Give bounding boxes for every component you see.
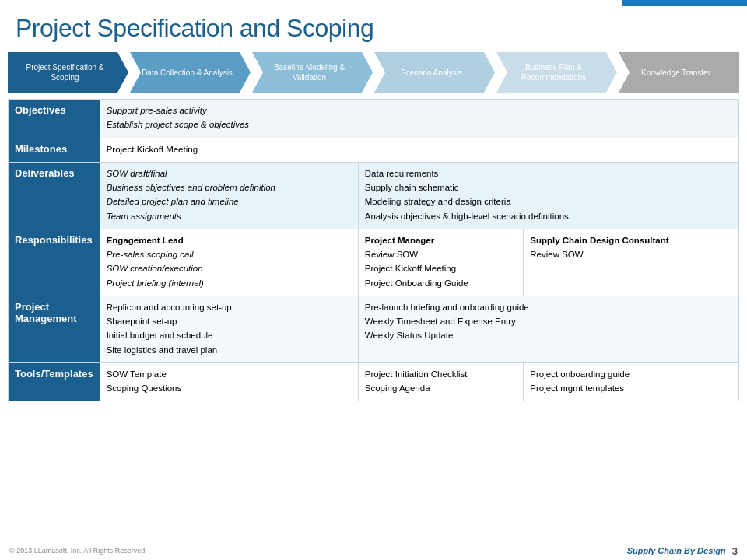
cell-3-1: Project ManagerReview SOWProject Kickoff… [358, 229, 524, 296]
row-header-3: Responsibilities [9, 229, 100, 296]
process-bar: Project Specification & ScopingData Coll… [8, 52, 739, 93]
table-row: MilestonesProject Kickoff Meeting [9, 138, 739, 162]
row-header-2: Deliverables [9, 162, 100, 229]
table-row: ObjectivesSupport pre-sales activityEsta… [9, 100, 739, 138]
process-step-2: Baseline Modeling & Validation [252, 52, 373, 93]
footer: © 2013 LLamasoft, Inc. All Rights Reserv… [0, 541, 747, 560]
title-area: Project Specification and Scoping [0, 0, 747, 52]
row-header-0: Objectives [9, 100, 100, 138]
table-row: DeliverablesSOW draft/finalBusiness obje… [9, 162, 739, 229]
cell-0-0: Support pre-sales activityEstablish proj… [100, 100, 738, 138]
cell-4-0: Replicon and accounting set-upSharepoint… [100, 296, 358, 362]
row-header-5: Tools/Templates [9, 362, 100, 401]
top-accent-bar [622, 0, 747, 6]
cell-3-0: Engagement LeadPre-sales scoping callSOW… [100, 229, 358, 296]
cell-1-0: Project Kickoff Meeting [100, 138, 738, 162]
process-step-0: Project Specification & Scoping [8, 52, 128, 93]
brand-name: Supply Chain By Design [627, 546, 726, 555]
page: Project Specification and Scoping Projec… [0, 0, 747, 560]
page-number: 3 [732, 545, 738, 557]
cell-5-0: SOW TemplateScoping Questions [100, 362, 358, 401]
cell-2-1: Data requirementsSupply chain schematicM… [358, 162, 738, 229]
copyright: © 2013 LLamasoft, Inc. All Rights Reserv… [9, 547, 145, 555]
cell-5-2: Project onboarding guideProject mgmt tem… [524, 362, 739, 401]
process-step-5: Knowledge Transfer [619, 52, 739, 93]
process-step-1: Data Collection & Analysis [130, 52, 251, 93]
page-title: Project Specification and Scoping [16, 14, 731, 43]
row-header-4: Project Management [9, 296, 100, 362]
cell-4-1: Pre-launch briefing and onboarding guide… [358, 296, 738, 362]
process-step-3: Scenario Analysis [374, 52, 495, 93]
table-row: Project ManagementReplicon and accountin… [9, 296, 739, 362]
table-row: Tools/TemplatesSOW TemplateScoping Quest… [9, 362, 739, 401]
process-step-4: Business Plan & Recommendations [496, 52, 617, 93]
footer-right: Supply Chain By Design 3 [627, 545, 738, 557]
cell-2-0: SOW draft/finalBusiness objectives and p… [100, 162, 358, 229]
table-row: ResponsibilitiesEngagement LeadPre-sales… [9, 229, 739, 296]
main-table: ObjectivesSupport pre-sales activityEsta… [8, 99, 739, 401]
row-header-1: Milestones [9, 138, 100, 162]
cell-3-2: Supply Chain Design ConsultantReview SOW [524, 229, 739, 296]
cell-5-1: Project Initiation ChecklistScoping Agen… [358, 362, 524, 401]
